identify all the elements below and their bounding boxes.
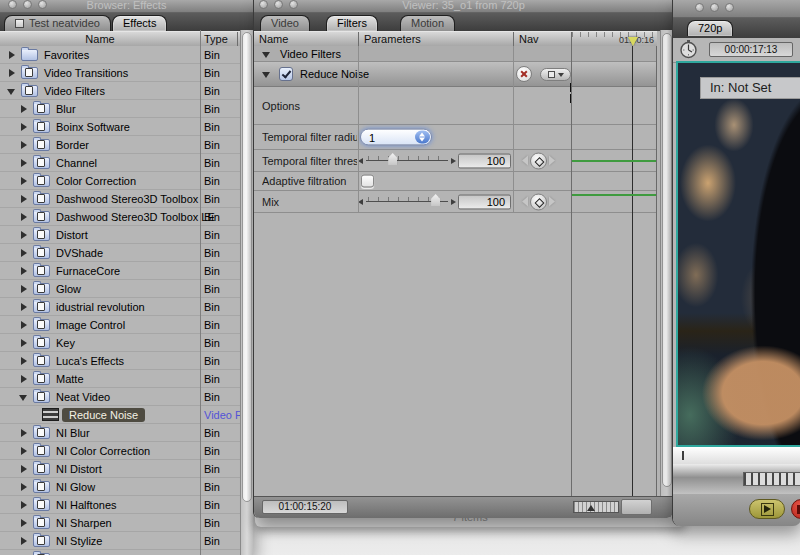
browser-row[interactable]: Dashwood Stereo3D Toolbox LEBin: [0, 208, 240, 226]
timecode-clock-icon[interactable]: [679, 40, 698, 63]
tab-effects[interactable]: Effects: [112, 15, 167, 31]
timeline-zoom-slider[interactable]: [573, 501, 619, 513]
tab-filters[interactable]: Filters: [326, 15, 378, 31]
reduce-noise-filter-row[interactable]: Reduce Noise: [254, 62, 656, 87]
disclosure-right-icon[interactable]: [19, 266, 29, 276]
browser-row[interactable]: Color CorrectionBin: [0, 172, 240, 190]
tab-motion[interactable]: Motion: [400, 15, 455, 31]
slider-track[interactable]: [366, 160, 448, 161]
canvas-titlebar[interactable]: [673, 0, 800, 18]
browser-row[interactable]: ChannelBin: [0, 154, 240, 172]
browser-row[interactable]: Dashwood Stereo3D ToolboxBin: [0, 190, 240, 208]
browser-row[interactable]: DistortBin: [0, 226, 240, 244]
param-row[interactable]: Temporal filter radiu1: [254, 125, 656, 150]
video-filters-group-row[interactable]: Video Filters: [254, 46, 656, 62]
value-popup[interactable]: 1: [360, 129, 432, 146]
browser-row[interactable]: FurnaceCoreBin: [0, 262, 240, 280]
tab-video[interactable]: Video: [260, 15, 310, 31]
minimize-window-icon[interactable]: [710, 3, 719, 12]
column-name[interactable]: Name: [259, 32, 288, 47]
browser-vertical-scrollbar[interactable]: [240, 30, 253, 555]
canvas-timecode-field[interactable]: 00:00:17:13: [709, 42, 793, 57]
value-field[interactable]: 100: [458, 194, 511, 209]
disclosure-right-icon[interactable]: [19, 536, 29, 546]
browser-row[interactable]: Luca's EffectsBin: [0, 352, 240, 370]
scrollbar-thumb[interactable]: [242, 32, 252, 502]
disclosure-right-icon[interactable]: [19, 320, 29, 330]
disclosure-right-icon[interactable]: [19, 284, 29, 294]
play-around-edit-button[interactable]: [749, 499, 785, 519]
disclosure-right-icon[interactable]: [19, 518, 29, 528]
browser-row[interactable]: NI Color CorrectionBin: [0, 442, 240, 460]
disclosure-right-icon[interactable]: [7, 68, 17, 78]
browser-row[interactable]: Reduce NoiseVideo Fil: [0, 406, 240, 424]
column-name[interactable]: Name: [0, 32, 200, 47]
disclosure-right-icon[interactable]: [19, 374, 29, 384]
current-timecode-field[interactable]: 01:00:15:20: [262, 500, 348, 514]
filter-enable-checkbox[interactable]: [279, 67, 293, 81]
slider-right-arrow-icon[interactable]: [451, 199, 456, 205]
disclosure-right-icon[interactable]: [19, 464, 29, 474]
disclosure-right-icon[interactable]: [19, 338, 29, 348]
browser-row[interactable]: BorderBin: [0, 136, 240, 154]
browser-row[interactable]: NI HalftonesBin: [0, 496, 240, 514]
viewer-titlebar[interactable]: Viewer: 35_o1 from 720p: [254, 0, 673, 13]
browser-titlebar[interactable]: Browser: Effects: [0, 0, 253, 13]
scrollbar-thumb[interactable]: [662, 33, 672, 487]
browser-row[interactable]: BlurBin: [0, 100, 240, 118]
slider-thumb[interactable]: [431, 194, 440, 206]
disclosure-right-icon[interactable]: [19, 230, 29, 240]
disclosure-down-icon[interactable]: [7, 86, 17, 96]
filter-editor-dropdown-button[interactable]: [540, 68, 571, 81]
disclosure-right-icon[interactable]: [7, 50, 17, 60]
disclosure-right-icon[interactable]: [19, 212, 29, 222]
browser-row[interactable]: NI SharpenBin: [0, 514, 240, 532]
stepper-icon[interactable]: [415, 131, 430, 144]
remove-filter-button[interactable]: [516, 66, 532, 82]
disclosure-right-icon[interactable]: [19, 158, 29, 168]
browser-row[interactable]: idustrial revolutionBin: [0, 298, 240, 316]
close-window-icon[interactable]: [695, 3, 704, 12]
column-parameters[interactable]: Parameters: [364, 32, 421, 47]
browser-row[interactable]: NI DistortBin: [0, 460, 240, 478]
playhead-line[interactable]: [632, 46, 633, 497]
slider-right-arrow-icon[interactable]: [451, 158, 456, 164]
next-keyframe-icon[interactable]: [549, 156, 555, 166]
browser-row[interactable]: Neat VideoBin: [0, 388, 240, 406]
tab-720p[interactable]: 720p: [687, 20, 733, 36]
browser-row[interactable]: NI BlurBin: [0, 424, 240, 442]
value-field[interactable]: 100: [458, 153, 511, 168]
zoom-window-icon[interactable]: [725, 3, 734, 12]
scrubber-bar[interactable]: [673, 447, 800, 465]
disclosure-right-icon[interactable]: [19, 500, 29, 510]
disclosure-right-icon[interactable]: [19, 248, 29, 258]
disclosure-right-icon[interactable]: [19, 122, 29, 132]
next-keyframe-icon[interactable]: [549, 197, 555, 207]
prev-keyframe-icon[interactable]: [522, 156, 528, 166]
column-nav[interactable]: Nav: [519, 32, 539, 47]
disclosure-right-icon[interactable]: [19, 482, 29, 492]
param-row[interactable]: Options: [254, 87, 656, 125]
disclosure-right-icon[interactable]: [19, 446, 29, 456]
slider-thumb[interactable]: [388, 153, 397, 165]
disclosure-right-icon[interactable]: [19, 194, 29, 204]
record-button[interactable]: [791, 499, 800, 519]
browser-row[interactable]: Boinx SoftwareBin: [0, 118, 240, 136]
browser-row[interactable]: GlowBin: [0, 280, 240, 298]
browser-row[interactable]: NI GlowBin: [0, 478, 240, 496]
add-keyframe-button[interactable]: [530, 152, 547, 169]
slider[interactable]: [358, 199, 458, 205]
disclosure-right-icon[interactable]: [19, 428, 29, 438]
add-keyframe-button[interactable]: [530, 193, 547, 210]
disclosure-right-icon[interactable]: [19, 176, 29, 186]
disclosure-right-icon[interactable]: [19, 140, 29, 150]
shuttle-control[interactable]: [743, 472, 800, 486]
horizontal-scroll-handle[interactable]: [621, 499, 652, 515]
browser-row[interactable]: FavoritesBin: [0, 46, 240, 64]
disclosure-down-icon[interactable]: [262, 69, 272, 79]
browser-row[interactable]: KeyBin: [0, 334, 240, 352]
slider[interactable]: [358, 158, 458, 164]
prev-keyframe-icon[interactable]: [522, 197, 528, 207]
disclosure-right-icon[interactable]: [19, 104, 29, 114]
browser-row[interactable]: MatteBin: [0, 370, 240, 388]
